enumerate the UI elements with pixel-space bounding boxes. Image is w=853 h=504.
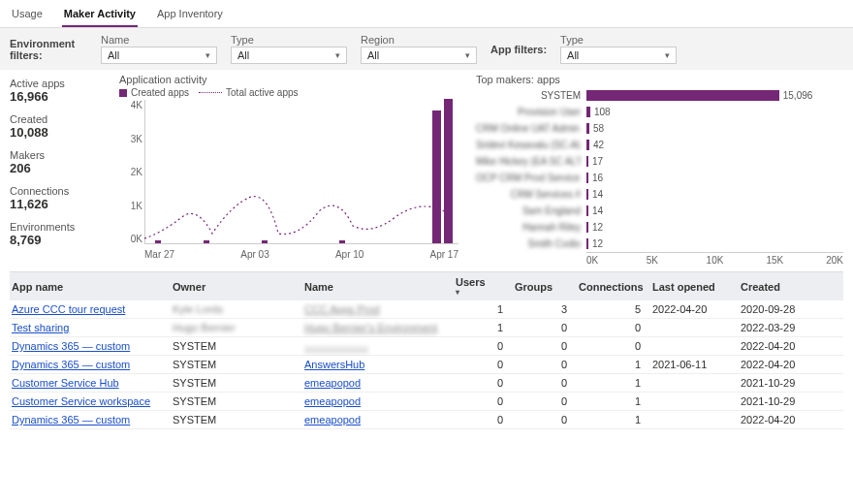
topmakers-x-axis: 0K 5K 10K 15K 20K (586, 252, 843, 266)
chevron-down-icon: ▾ (205, 50, 210, 60)
app-link[interactable]: Dynamics 365 — custom (12, 340, 167, 352)
groups-cell: 0 (515, 414, 573, 425)
col-name[interactable]: Name (304, 281, 450, 293)
app-link[interactable]: Dynamics 365 — custom (12, 414, 167, 425)
topmaker-name: CRM Services # (476, 189, 581, 200)
col-connections[interactable]: Connections (579, 281, 647, 293)
env-link[interactable]: emeapopod (304, 395, 450, 407)
owner-cell: Kyle Lords (173, 303, 299, 315)
env-link[interactable]: emeapopod (304, 377, 450, 389)
table-row[interactable]: Dynamics 365 — custom SYSTEM -----------… (10, 337, 843, 356)
kpi-makers-value: 206 (10, 161, 111, 175)
topmaker-value: 12 (592, 238, 603, 249)
table-row[interactable]: Test sharing Hugo Bernier Hugo Bernier's… (10, 319, 843, 337)
legend-total-label: Total active apps (226, 87, 299, 98)
created-cell: 2022-04-20 (741, 414, 818, 425)
ytick: 3K (119, 134, 142, 144)
ytick: 1K (119, 201, 142, 211)
owner-cell: SYSTEM (173, 414, 299, 425)
users-cell: 0 (456, 359, 509, 370)
tab-app-inventory[interactable]: App Inventory (155, 4, 225, 27)
env-link[interactable]: Hugo Bernier's Environment (304, 322, 450, 333)
filter-type-dropdown[interactable]: All▾ (231, 47, 347, 64)
topmaker-bar (586, 205, 588, 216)
topmaker-bar (586, 90, 779, 101)
topmaker-name: Sridevi Kesavalu (SC-ALT) (476, 140, 581, 150)
filter-name-dropdown[interactable]: All▾ (101, 47, 217, 64)
col-last-opened[interactable]: Last opened (652, 281, 735, 293)
tab-usage[interactable]: Usage (10, 4, 45, 27)
groups-cell: 0 (515, 377, 573, 389)
env-link[interactable]: AnswersHub (304, 359, 450, 370)
env-link[interactable]: ------------------ (304, 340, 450, 352)
app-link[interactable]: Azure CCC tour request (12, 303, 167, 315)
chart-activity-title: Application activity (119, 74, 458, 85)
env-link[interactable]: CCC Apps Prod (304, 303, 450, 315)
groups-cell: 0 (515, 340, 573, 352)
owner-cell: Hugo Bernier (173, 322, 299, 333)
filter-region-dropdown[interactable]: All▾ (361, 47, 477, 64)
env-link[interactable]: emeapopod (304, 414, 450, 425)
app-link[interactable]: Customer Service Hub (12, 377, 167, 389)
topmaker-row[interactable]: SYSTEM15,096 (476, 87, 843, 104)
topmaker-name: Hannah Riley (476, 222, 581, 233)
filter-type-value: All (237, 49, 249, 61)
xtick: 10K (707, 255, 767, 266)
owner-cell: SYSTEM (173, 359, 299, 370)
chevron-down-icon: ▾ (335, 50, 340, 60)
col-owner[interactable]: Owner (173, 281, 299, 293)
created-cell: 2021-10-29 (741, 377, 818, 389)
filter-apptype-dropdown[interactable]: All▾ (560, 47, 677, 64)
top-makers-chart: Top makers: apps SYSTEM15,096 Provision … (476, 74, 843, 266)
created-cell: 2020-09-28 (741, 303, 818, 315)
table-row[interactable]: Azure CCC tour request Kyle Lords CCC Ap… (10, 300, 843, 319)
topmaker-row[interactable]: OCP CRM Prod Service A…16 (476, 170, 843, 186)
table-row[interactable]: Dynamics 365 — custom SYSTEM emeapopod 0… (10, 411, 843, 429)
kpi-makers-label: Makers (10, 149, 111, 161)
topmaker-row[interactable]: CRM Services #14 (476, 186, 843, 203)
col-users[interactable]: Users▾ (456, 276, 509, 297)
table-row[interactable]: Dynamics 365 — custom SYSTEM AnswersHub … (10, 356, 843, 374)
col-groups[interactable]: Groups (515, 281, 573, 293)
legend-swatch-total-icon (199, 92, 222, 93)
app-link[interactable]: Customer Service workspace (12, 395, 167, 407)
app-link[interactable]: Test sharing (12, 322, 167, 333)
topmaker-row[interactable]: CRM Online UAT Admin #58 (476, 120, 843, 137)
users-cell: 0 (456, 340, 509, 352)
topmaker-row[interactable]: Mike Hickey (EA SC ALT)17 (476, 153, 843, 170)
tab-maker-activity[interactable]: Maker Activity (62, 4, 138, 27)
topmaker-name: Provision User (476, 107, 581, 117)
topmaker-row[interactable]: Sridevi Kesavalu (SC-ALT)42 (476, 137, 843, 153)
users-cell: 0 (456, 414, 509, 425)
table-row[interactable]: Customer Service workspace SYSTEM emeapo… (10, 393, 843, 411)
conn-cell: 5 (579, 303, 647, 315)
topmaker-name: OCP CRM Prod Service A… (476, 173, 581, 183)
activity-plot[interactable]: 4K 3K 2K 1K 0K Mar (119, 100, 458, 260)
xtick: Apr 10 (335, 249, 363, 260)
created-cell: 2022-04-20 (741, 340, 818, 352)
topmaker-row[interactable]: Hannah Riley12 (476, 219, 843, 236)
activity-dotted-line (144, 100, 458, 244)
topmaker-bar (586, 222, 588, 233)
activity-y-axis: 4K 3K 2K 1K 0K (119, 100, 142, 244)
kpi-active-apps-value: 16,966 (10, 89, 111, 104)
app-link[interactable]: Dynamics 365 — custom (12, 359, 167, 370)
col-created[interactable]: Created (741, 281, 818, 293)
kpi-active-apps-label: Active apps (10, 78, 111, 89)
kpi-created-value: 10,088 (10, 125, 111, 140)
chevron-down-icon: ▾ (665, 50, 670, 60)
topmaker-bar (586, 107, 590, 117)
topmaker-row[interactable]: Provision User108 (476, 104, 843, 120)
created-cell: 2022-03-29 (741, 322, 818, 333)
topmaker-value: 14 (592, 205, 603, 216)
table-row[interactable]: Customer Service Hub SYSTEM emeapopod 0 … (10, 374, 843, 393)
kpi-environments-value: 8,769 (10, 233, 111, 247)
topmaker-bar (586, 189, 588, 200)
ytick: 0K (119, 234, 142, 244)
col-app-name[interactable]: App name (12, 281, 167, 293)
topmaker-value: 15,096 (783, 90, 813, 101)
application-activity-chart: Application activity Created apps Total … (119, 74, 458, 266)
topmaker-row[interactable]: Sam England14 (476, 203, 843, 219)
topmaker-row[interactable]: Smith Codio12 (476, 236, 843, 252)
main-area: Active apps16,966 Created10,088 Makers20… (0, 70, 853, 266)
